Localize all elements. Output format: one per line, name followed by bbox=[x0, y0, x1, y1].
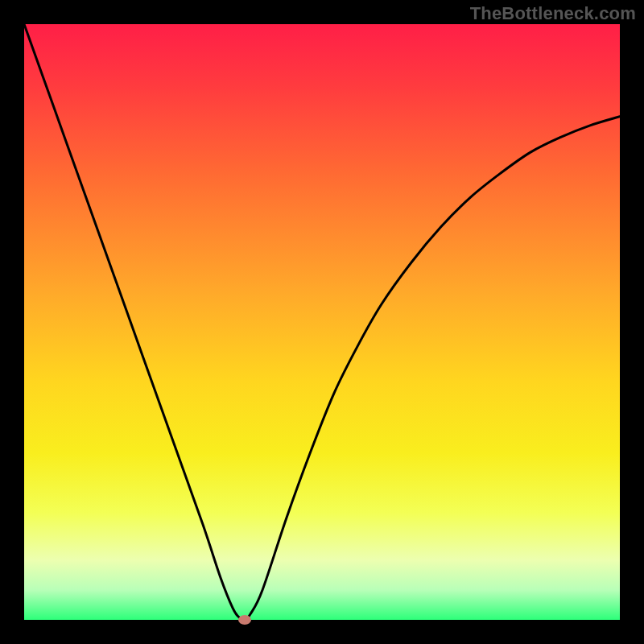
chart-frame: TheBottleneck.com bbox=[0, 0, 644, 644]
plot-area bbox=[24, 24, 620, 620]
optimal-point-dot bbox=[238, 615, 251, 625]
bottleneck-curve bbox=[24, 24, 620, 620]
watermark-text: TheBottleneck.com bbox=[470, 3, 636, 24]
